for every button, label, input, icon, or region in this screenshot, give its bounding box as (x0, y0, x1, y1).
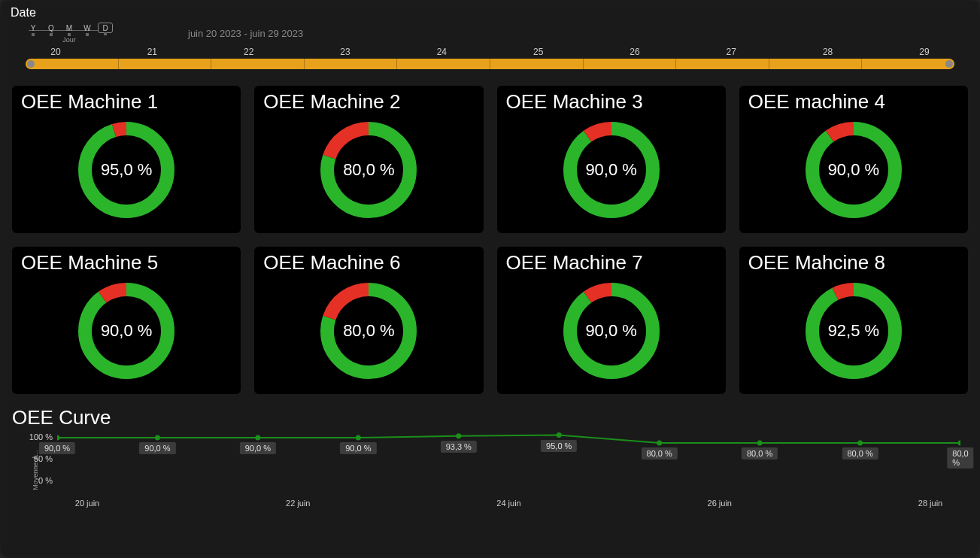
gauge-value: 90,0 % (559, 117, 664, 223)
timeline-tick: 22 (234, 47, 264, 57)
y-tick: 100 % (26, 432, 53, 441)
svg-point-21 (557, 432, 562, 438)
svg-point-23 (757, 441, 763, 446)
x-tick: 24 juin (479, 499, 539, 508)
timeline-segment[interactable] (305, 59, 398, 69)
svg-point-24 (857, 441, 863, 446)
gauge-title: OEE Mahcine 8 (748, 251, 959, 274)
period-caption: Jour (62, 36, 76, 44)
svg-point-22 (657, 441, 662, 446)
timeline-segment[interactable] (862, 59, 954, 69)
gauge-value: 92,5 % (801, 278, 906, 384)
svg-point-20 (456, 433, 461, 438)
curve-y-ticks: 100 % 50 % 0 % (26, 432, 53, 485)
donut-chart: 80,0 % (316, 278, 421, 384)
date-range-label: juin 20 2023 - juin 29 2023 (188, 28, 303, 39)
period-btn-m[interactable]: M (62, 23, 77, 33)
gauge-title: OEE machine 4 (748, 90, 959, 114)
timeline-bar[interactable] (26, 59, 954, 69)
period-row: Y Q M W D Jour juin 20 2023 - juin 29 20… (11, 23, 969, 44)
svg-point-17 (155, 435, 160, 441)
curve-data-label: 90,0 % (340, 442, 376, 454)
timeline-segment[interactable] (676, 59, 769, 69)
gauge-card-6: OEE Machine 680,0 % (254, 247, 483, 394)
donut-chart: 90,0 % (74, 278, 179, 384)
timeline-tick: 25 (523, 47, 554, 57)
timeline-segment[interactable] (397, 59, 490, 69)
curve-data-label: 80,0 % (842, 447, 878, 459)
donut-chart: 90,0 % (559, 117, 664, 223)
timeline-segment[interactable] (26, 59, 119, 69)
curve-data-label: 90,0 % (240, 442, 276, 454)
x-tick: 20 juin (57, 499, 117, 508)
gauge-card-8: OEE Mahcine 892,5 % (739, 247, 968, 394)
donut-wrap: 80,0 % (263, 114, 474, 226)
gauge-card-7: OEE Machine 790,0 % (497, 247, 726, 394)
curve-data-label: 90,0 % (39, 442, 75, 454)
period-btn-w[interactable]: W (80, 23, 95, 33)
timeline-tick: 24 (426, 47, 457, 57)
timeline-tick: 29 (909, 47, 939, 57)
donut-chart: 92,5 % (801, 278, 906, 384)
donut-wrap: 90,0 % (506, 114, 717, 226)
timeline-tick: 28 (813, 47, 843, 57)
timeline-segment[interactable] (490, 59, 584, 69)
gauge-title: OEE Machine 6 (263, 251, 474, 274)
period-btn-d[interactable]: D (98, 23, 113, 33)
y-tick: 0 % (26, 476, 53, 485)
timeline-tick: 27 (716, 47, 746, 57)
donut-wrap: 90,0 % (506, 274, 717, 387)
timeline-segment[interactable] (211, 59, 305, 69)
x-tick: 22 juin (268, 499, 328, 508)
svg-point-25 (958, 441, 961, 446)
curve-data-label: 80,0 % (642, 447, 678, 459)
timeline-segment[interactable] (584, 59, 677, 69)
date-panel: Date Y Q M W D Jour juin 20 2023 - juin … (2, 2, 978, 78)
x-tick: 26 juin (690, 499, 750, 508)
timeline-tick: 26 (620, 47, 650, 57)
period-btn-q[interactable]: Q (44, 23, 59, 33)
curve-chart: Moyenne d… 100 % 50 % 0 % 90,0 %90,0 %90… (12, 432, 968, 508)
gauge-card-2: OEE Machine 280,0 % (254, 86, 483, 233)
gauge-card-4: OEE machine 490,0 % (739, 86, 968, 233)
curve-panel: OEE Curve Moyenne d… 100 % 50 % 0 % 90,0… (2, 402, 978, 515)
timeline-ticks: 20212223242526272829 (26, 47, 954, 59)
gauge-title: OEE Machine 1 (21, 90, 232, 114)
timeline-tick: 21 (137, 47, 167, 57)
donut-chart: 90,0 % (801, 117, 906, 223)
x-tick: 28 juin (900, 499, 960, 508)
gauge-title: OEE Machine 2 (263, 90, 474, 114)
gauge-value: 80,0 % (316, 278, 421, 384)
gauge-card-1: OEE Machine 195,0 % (12, 86, 241, 233)
gauge-value: 90,0 % (74, 278, 179, 384)
gauge-title: OEE Machine 3 (506, 90, 717, 114)
curve-data-label: 93,3 % (441, 441, 477, 453)
curve-x-ticks: 20 juin22 juin24 juin26 juin28 juin (57, 499, 960, 508)
gauge-title: OEE Machine 7 (506, 251, 717, 274)
timeline-segment[interactable] (119, 59, 212, 69)
dashboard-root: Date Y Q M W D Jour juin 20 2023 - juin … (2, 2, 978, 556)
donut-chart: 95,0 % (74, 117, 179, 223)
timeline: 20212223242526272829 (11, 44, 969, 75)
donut-wrap: 90,0 % (21, 274, 232, 387)
curve-data-label: 80,0 % (742, 447, 778, 459)
gauge-value: 90,0 % (559, 278, 664, 384)
period-btn-y[interactable]: Y (26, 23, 41, 33)
gauge-value: 95,0 % (74, 117, 179, 223)
period-selector: Y Q M W D Jour (26, 23, 113, 44)
curve-title: OEE Curve (12, 406, 968, 429)
gauge-value: 90,0 % (801, 117, 906, 223)
donut-wrap: 80,0 % (263, 274, 474, 387)
curve-data-label: 80,0 % (947, 447, 973, 469)
date-panel-title: Date (11, 6, 969, 20)
timeline-segment[interactable] (769, 59, 863, 69)
svg-point-16 (57, 435, 60, 441)
svg-point-18 (255, 435, 260, 441)
curve-data-label: 90,0 % (139, 442, 175, 454)
gauge-card-5: OEE Machine 590,0 % (12, 247, 241, 394)
donut-wrap: 95,0 % (21, 114, 232, 226)
timeline-tick: 20 (41, 47, 71, 57)
gauge-value: 80,0 % (316, 117, 421, 223)
curve-data-label: 95,0 % (541, 440, 577, 452)
donut-chart: 90,0 % (559, 278, 664, 384)
